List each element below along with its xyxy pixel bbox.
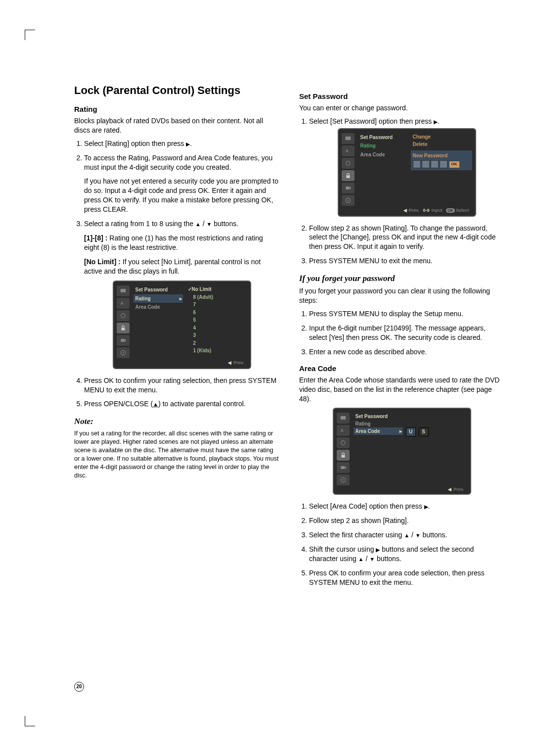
rating-step-2: To access the Rating, Password and Area … xyxy=(84,153,279,214)
language-icon: A xyxy=(117,298,130,309)
osd-newpassword-label: New Password xyxy=(413,152,470,159)
svg-point-2 xyxy=(121,314,125,318)
recording-icon xyxy=(337,462,350,473)
osd-menu-list: Set Password Rating Area Code xyxy=(358,132,408,206)
audio-icon xyxy=(337,437,350,448)
up-arrow-icon xyxy=(195,220,201,228)
left-column: Lock (Parental Control) Settings Rating … xyxy=(74,84,279,592)
svg-point-16 xyxy=(341,441,345,445)
svg-rect-7 xyxy=(345,137,351,140)
osd-opt-2: 2 xyxy=(186,339,247,347)
osd-opt-5: 5 xyxy=(186,316,247,324)
crop-mark-top-left xyxy=(25,30,35,40)
svg-rect-11 xyxy=(346,187,349,189)
general-icon xyxy=(117,285,130,296)
note-body: If you set a rating for the recorder, al… xyxy=(74,429,279,479)
rating-step-3: Select a rating from 1 to 8 using the / … xyxy=(84,219,279,369)
right-arrow-icon xyxy=(424,502,428,510)
ac-step-2: Follow step 2 as shown [Rating]. xyxy=(309,516,504,525)
osd-menu-setpassword: Set Password xyxy=(134,285,183,294)
forget-steps: Press SYSTEM MENU to display the Setup m… xyxy=(299,309,504,357)
osd-opt-8: 8 (Adult) xyxy=(186,293,247,301)
forget-intro: If you forget your password you can clea… xyxy=(299,286,504,305)
set-password-intro: You can enter or change password. xyxy=(299,103,504,113)
ac-cell-1: U xyxy=(406,427,416,436)
rating-steps: Select [Rating] option then press . To a… xyxy=(74,139,279,409)
eject-icon xyxy=(153,400,158,408)
area-code-intro: Enter the Area Code whose standards were… xyxy=(299,376,504,404)
note-heading: Note: xyxy=(74,417,279,426)
rating-step-5: Press OPEN/CLOSE () to activate parental… xyxy=(84,399,279,409)
forget-step-1: Press SYSTEM MENU to display the Setup m… xyxy=(309,309,504,319)
osd-setpw-right: Change Delete New Password xyxy=(411,132,472,206)
rating-intro: Blocks playback of rated DVDs based on t… xyxy=(74,116,279,135)
osd-opt-nolimit: No Limit xyxy=(186,285,247,293)
osd-menu-rating: Rating▸ xyxy=(134,294,183,303)
area-code-steps: Select [Area Code] option then press . F… xyxy=(299,502,504,587)
page-title: Lock (Parental Control) Settings xyxy=(74,84,279,97)
pw-ok-badge: OK xyxy=(449,161,459,168)
osd-newpassword-fields: OK xyxy=(413,160,470,168)
recording-icon xyxy=(117,335,130,346)
pw-cell xyxy=(440,160,447,168)
osd-icon-column: A xyxy=(342,132,356,206)
ac-step-5: Press OK to confirm your area code selec… xyxy=(309,568,504,587)
osd-opt-6: 6 xyxy=(186,309,247,317)
svg-rect-4 xyxy=(121,339,124,342)
ac-step-3: Select the first character using / butto… xyxy=(309,530,504,540)
svg-point-20 xyxy=(342,479,343,480)
osd-setpw-footer: ◀Prev. 0-9Input OKSelect xyxy=(342,206,472,214)
osd-opt-3: 3 xyxy=(186,331,247,339)
disc-icon xyxy=(117,347,130,358)
audio-icon xyxy=(117,310,130,321)
right-arrow-icon xyxy=(434,117,438,125)
osd-newpassword-box: New Password OK xyxy=(411,150,472,171)
lock-icon xyxy=(117,323,130,333)
ac-step-1: Select [Area Code] option then press . xyxy=(309,502,504,511)
osd-opt-4: 4 xyxy=(186,324,247,332)
set-password-steps: Select [Set Password] option then press … xyxy=(299,117,504,266)
svg-rect-3 xyxy=(121,328,125,331)
osd-areacode-right: U S xyxy=(406,412,467,485)
up-arrow-icon xyxy=(358,555,364,563)
osd-rating-options: No Limit 8 (Adult) 7 6 5 4 3 2 1 (Kids) xyxy=(186,284,247,358)
osd-menu-areacode: Area Code xyxy=(134,303,183,312)
down-arrow-icon xyxy=(415,531,421,539)
language-icon: A xyxy=(337,425,350,436)
svg-rect-10 xyxy=(346,175,350,178)
osd-rating-footer: ◀Prev. xyxy=(117,358,247,366)
rating-nolimit-block: [No Limit] : If you select [No Limit], p… xyxy=(84,257,279,276)
osd-areacode-cells: U S xyxy=(406,427,467,436)
ac-step-4: Shift the cursor using buttons and selec… xyxy=(309,545,504,564)
svg-point-6 xyxy=(122,352,123,353)
ac-cell-2: S xyxy=(419,427,429,436)
osd-areacode-screenshot: A Set Password Rating Area Code▸ xyxy=(333,408,471,495)
osd-rating-screenshot: A Set Password Rating▸ Area Code xyxy=(113,281,251,369)
lock-icon xyxy=(337,450,350,461)
area-code-heading: Area Code xyxy=(299,364,504,373)
rating-18-block: [1]-[8] : Rating one (1) has the most re… xyxy=(84,234,279,252)
svg-text:A: A xyxy=(120,301,123,306)
forget-heading: If you forget your password xyxy=(299,274,504,284)
down-arrow-icon xyxy=(369,555,375,563)
set-password-heading: Set Password xyxy=(299,92,504,100)
language-icon: A xyxy=(342,145,355,156)
general-icon xyxy=(337,413,350,424)
forget-step-3: Enter a new code as described above. xyxy=(309,347,504,357)
osd-menu-rating: Rating xyxy=(354,420,403,427)
osd-ac-footer: ◀Prev. xyxy=(337,485,467,492)
svg-rect-17 xyxy=(341,455,345,458)
osd-opt-1: 1 (Kids) xyxy=(186,347,247,355)
rating-step-2-note: If you have not yet entered a security c… xyxy=(84,177,279,214)
audio-icon xyxy=(342,158,355,169)
rating-step-4: Press OK to confirm your rating selectio… xyxy=(84,376,279,395)
osd-opt-7: 7 xyxy=(186,301,247,309)
right-column: Set Password You can enter or change pas… xyxy=(299,84,504,592)
setpw-step-1: Select [Set Password] option then press … xyxy=(309,117,504,217)
svg-rect-18 xyxy=(341,466,344,469)
rating-step-1: Select [Rating] option then press . xyxy=(84,139,279,148)
down-arrow-icon xyxy=(206,220,212,228)
pw-cell xyxy=(431,160,439,168)
osd-delete: Delete xyxy=(411,141,472,148)
svg-text:A: A xyxy=(340,428,343,433)
